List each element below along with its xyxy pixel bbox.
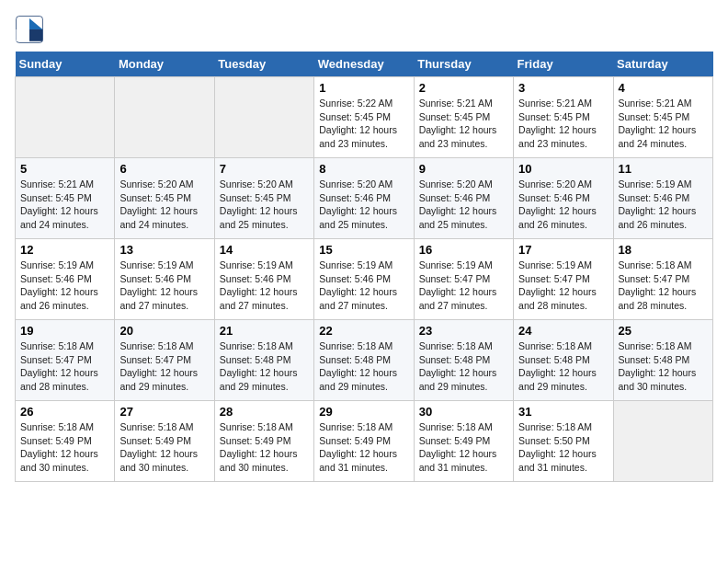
calendar-cell: 16Sunrise: 5:19 AMSunset: 5:47 PMDayligh… [414, 239, 513, 320]
day-info: Sunrise: 5:20 AMSunset: 5:46 PMDaylight:… [419, 178, 508, 232]
header-wednesday: Wednesday [314, 52, 414, 77]
day-info: Sunrise: 5:21 AMSunset: 5:45 PMDaylight:… [20, 178, 109, 232]
calendar-cell [214, 77, 313, 158]
day-number: 9 [419, 162, 508, 176]
day-info: Sunrise: 5:18 AMSunset: 5:47 PMDaylight:… [119, 339, 209, 394]
calendar-body: 1Sunrise: 5:22 AMSunset: 5:45 PMDaylight… [16, 77, 713, 482]
day-number: 16 [419, 243, 508, 257]
day-info: Sunrise: 5:21 AMSunset: 5:45 PMDaylight:… [419, 97, 508, 151]
day-info: Sunrise: 5:19 AMSunset: 5:46 PMDaylight:… [20, 259, 109, 313]
day-number: 29 [319, 405, 408, 419]
header-monday: Monday [115, 52, 214, 77]
day-info: Sunrise: 5:18 AMSunset: 5:48 PMDaylight:… [220, 339, 309, 394]
day-number: 22 [319, 324, 408, 338]
day-info: Sunrise: 5:18 AMSunset: 5:47 PMDaylight:… [619, 259, 708, 313]
day-number: 8 [319, 162, 408, 176]
day-number: 25 [619, 324, 708, 338]
calendar-cell: 11Sunrise: 5:19 AMSunset: 5:46 PMDayligh… [613, 158, 712, 239]
day-info: Sunrise: 5:19 AMSunset: 5:47 PMDaylight:… [518, 259, 608, 313]
day-number: 14 [220, 243, 309, 257]
day-number: 18 [619, 243, 708, 257]
calendar-cell: 25Sunrise: 5:18 AMSunset: 5:48 PMDayligh… [613, 320, 712, 401]
day-number: 28 [220, 405, 309, 419]
day-number: 7 [220, 162, 309, 176]
calendar-header: Sunday Monday Tuesday Wednesday Thursday… [16, 52, 713, 77]
calendar-cell: 29Sunrise: 5:18 AMSunset: 5:49 PMDayligh… [314, 401, 414, 482]
day-info: Sunrise: 5:18 AMSunset: 5:48 PMDaylight:… [319, 339, 408, 394]
calendar-cell: 22Sunrise: 5:18 AMSunset: 5:48 PMDayligh… [314, 320, 414, 401]
calendar-cell: 4Sunrise: 5:21 AMSunset: 5:45 PMDaylight… [613, 77, 712, 158]
day-number: 10 [518, 162, 608, 176]
calendar-cell: 31Sunrise: 5:18 AMSunset: 5:50 PMDayligh… [514, 401, 613, 482]
day-number: 3 [518, 81, 608, 95]
calendar-cell [115, 77, 214, 158]
svg-marker-3 [17, 29, 29, 41]
calendar-cell: 21Sunrise: 5:18 AMSunset: 5:48 PMDayligh… [214, 320, 313, 401]
day-info: Sunrise: 5:20 AMSunset: 5:46 PMDaylight:… [518, 178, 608, 232]
day-info: Sunrise: 5:18 AMSunset: 5:48 PMDaylight:… [619, 339, 708, 394]
header-thursday: Thursday [414, 52, 513, 77]
day-number: 1 [319, 81, 408, 95]
day-info: Sunrise: 5:18 AMSunset: 5:49 PMDaylight:… [319, 420, 408, 475]
svg-marker-2 [29, 29, 42, 41]
day-number: 27 [119, 405, 209, 419]
day-number: 24 [518, 324, 608, 338]
day-info: Sunrise: 5:18 AMSunset: 5:48 PMDaylight:… [419, 339, 508, 394]
day-info: Sunrise: 5:18 AMSunset: 5:49 PMDaylight:… [220, 420, 309, 475]
calendar-cell: 10Sunrise: 5:20 AMSunset: 5:46 PMDayligh… [514, 158, 613, 239]
calendar-cell [16, 77, 115, 158]
day-number: 31 [518, 405, 608, 419]
day-info: Sunrise: 5:21 AMSunset: 5:45 PMDaylight:… [518, 97, 608, 151]
day-info: Sunrise: 5:18 AMSunset: 5:49 PMDaylight:… [20, 420, 109, 475]
day-info: Sunrise: 5:19 AMSunset: 5:47 PMDaylight:… [419, 259, 508, 313]
calendar-cell: 19Sunrise: 5:18 AMSunset: 5:47 PMDayligh… [16, 320, 115, 401]
calendar-cell: 5Sunrise: 5:21 AMSunset: 5:45 PMDaylight… [16, 158, 115, 239]
day-number: 19 [20, 324, 109, 338]
calendar-cell: 1Sunrise: 5:22 AMSunset: 5:45 PMDaylight… [314, 77, 414, 158]
day-info: Sunrise: 5:22 AMSunset: 5:45 PMDaylight:… [319, 97, 408, 151]
day-number: 23 [419, 324, 508, 338]
logo [15, 15, 48, 44]
calendar-cell: 26Sunrise: 5:18 AMSunset: 5:49 PMDayligh… [16, 401, 115, 482]
day-info: Sunrise: 5:20 AMSunset: 5:45 PMDaylight:… [220, 178, 309, 232]
calendar-cell: 7Sunrise: 5:20 AMSunset: 5:45 PMDaylight… [214, 158, 313, 239]
day-number: 21 [220, 324, 309, 338]
calendar-cell: 17Sunrise: 5:19 AMSunset: 5:47 PMDayligh… [514, 239, 613, 320]
calendar-cell: 28Sunrise: 5:18 AMSunset: 5:49 PMDayligh… [214, 401, 313, 482]
calendar-cell: 24Sunrise: 5:18 AMSunset: 5:48 PMDayligh… [514, 320, 613, 401]
day-number: 2 [419, 81, 508, 95]
day-info: Sunrise: 5:19 AMSunset: 5:46 PMDaylight:… [619, 178, 708, 232]
calendar-cell: 15Sunrise: 5:19 AMSunset: 5:46 PMDayligh… [314, 239, 414, 320]
calendar-cell: 18Sunrise: 5:18 AMSunset: 5:47 PMDayligh… [613, 239, 712, 320]
day-info: Sunrise: 5:19 AMSunset: 5:46 PMDaylight:… [319, 259, 408, 313]
day-number: 20 [119, 324, 209, 338]
header-tuesday: Tuesday [214, 52, 313, 77]
day-info: Sunrise: 5:18 AMSunset: 5:49 PMDaylight:… [119, 420, 209, 475]
day-info: Sunrise: 5:18 AMSunset: 5:49 PMDaylight:… [419, 420, 508, 475]
header-friday: Friday [514, 52, 613, 77]
calendar-cell: 27Sunrise: 5:18 AMSunset: 5:49 PMDayligh… [115, 401, 214, 482]
day-number: 30 [419, 405, 508, 419]
calendar-cell: 13Sunrise: 5:19 AMSunset: 5:46 PMDayligh… [115, 239, 214, 320]
day-info: Sunrise: 5:21 AMSunset: 5:45 PMDaylight:… [619, 97, 708, 151]
calendar-cell: 23Sunrise: 5:18 AMSunset: 5:48 PMDayligh… [414, 320, 513, 401]
calendar-cell: 2Sunrise: 5:21 AMSunset: 5:45 PMDaylight… [414, 77, 513, 158]
calendar-cell: 3Sunrise: 5:21 AMSunset: 5:45 PMDaylight… [514, 77, 613, 158]
day-number: 5 [20, 162, 109, 176]
day-number: 4 [619, 81, 708, 95]
page-header [15, 15, 713, 44]
day-info: Sunrise: 5:19 AMSunset: 5:46 PMDaylight:… [220, 259, 309, 313]
day-number: 13 [119, 243, 209, 257]
header-saturday: Saturday [613, 52, 712, 77]
calendar-cell: 30Sunrise: 5:18 AMSunset: 5:49 PMDayligh… [414, 401, 513, 482]
day-number: 15 [319, 243, 408, 257]
day-number: 26 [20, 405, 109, 419]
day-number: 6 [119, 162, 209, 176]
calendar-cell: 8Sunrise: 5:20 AMSunset: 5:46 PMDaylight… [314, 158, 414, 239]
day-info: Sunrise: 5:18 AMSunset: 5:48 PMDaylight:… [518, 339, 608, 394]
logo-icon [15, 15, 44, 44]
day-number: 17 [518, 243, 608, 257]
day-number: 12 [20, 243, 109, 257]
calendar-cell: 20Sunrise: 5:18 AMSunset: 5:47 PMDayligh… [115, 320, 214, 401]
calendar-cell: 9Sunrise: 5:20 AMSunset: 5:46 PMDaylight… [414, 158, 513, 239]
